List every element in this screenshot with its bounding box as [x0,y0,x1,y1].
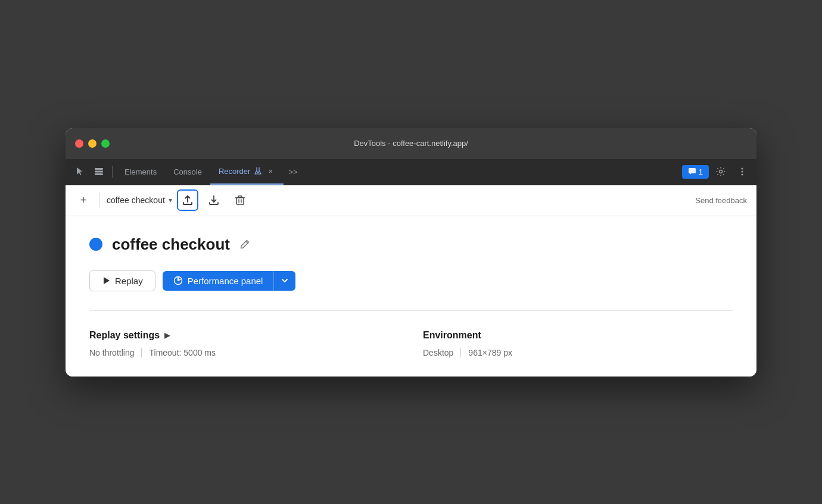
svg-rect-4 [689,168,696,173]
svg-point-6 [742,168,743,170]
recording-selector-name: coffee checkout [107,195,165,205]
replay-settings-values: No throttling Timeout: 5000 ms [89,348,399,357]
layers-icon[interactable] [89,162,108,181]
more-vert-icon[interactable] [733,162,752,181]
recording-actions: Replay Performance panel [89,270,733,291]
environment-values: Desktop 961×789 px [423,348,733,357]
vertical-dots-icon [737,166,748,177]
chat-icon [688,167,696,176]
close-recorder-tab[interactable]: × [266,166,275,176]
cursor-icon[interactable] [70,162,89,181]
download-recording-btn[interactable] [203,189,225,211]
settings-value-separator [141,348,142,357]
traffic-lights [75,139,110,148]
add-recording-btn[interactable]: + [75,192,92,209]
devtools-tab-actions: 1 [682,162,752,181]
svg-point-7 [742,171,743,173]
replay-btn[interactable]: Replay [89,270,155,291]
replay-settings-group: Replay settings ▶ No throttling Timeout:… [89,330,399,357]
title-bar: DevTools - coffee-cart.netlify.app/ [66,128,756,159]
recording-selector[interactable]: coffee checkout ▾ [107,195,172,205]
tab-more-btn[interactable]: >> [284,158,302,185]
upload-recording-btn[interactable] [177,189,198,211]
replay-settings-heading[interactable]: Replay settings ▶ [89,330,399,341]
pencil-icon [239,239,250,250]
window-title: DevTools - coffee-cart.netlify.app/ [354,139,468,148]
toolbar-separator [99,193,99,207]
svg-rect-0 [95,168,103,170]
download-icon [208,195,219,206]
recording-header: coffee checkout [89,235,733,254]
svg-point-5 [720,170,723,173]
tab-console[interactable]: Console [165,158,210,185]
environment-value-separator [460,348,461,357]
chevron-right-icon: ▶ [164,331,170,340]
performance-panel-btn[interactable]: Performance panel [163,271,274,291]
devtools-window: DevTools - coffee-cart.netlify.app/ Elem… [66,128,756,377]
svg-rect-9 [236,198,244,204]
settings-gear-icon[interactable] [711,162,730,181]
svg-rect-1 [95,171,103,173]
chevron-down-icon: ▾ [169,196,172,204]
tab-recorder[interactable]: Recorder × [210,158,284,185]
trash-icon [235,195,245,206]
minimize-traffic-light[interactable] [88,139,96,148]
gear-icon [715,166,726,177]
performance-panel-btn-group: Performance panel [163,271,296,291]
feedback-badge-btn[interactable]: 1 [682,165,709,179]
recorder-beaker-icon [254,167,262,175]
replay-arrow-icon [102,276,110,285]
svg-marker-10 [104,277,110,284]
chevron-down-icon [281,277,288,284]
send-feedback-link[interactable]: Send feedback [695,196,747,205]
environment-group: Environment Desktop 961×789 px [423,330,733,357]
performance-panel-dropdown-btn[interactable] [273,271,295,291]
maximize-traffic-light[interactable] [101,139,110,148]
svg-point-3 [257,172,259,173]
tab-elements[interactable]: Elements [116,158,165,185]
environment-heading: Environment [423,330,733,341]
recording-title: coffee checkout [112,235,230,254]
tab-divider-1 [112,166,113,178]
performance-icon [173,276,183,285]
devtools-tab-bar: Elements Console Recorder × >> [66,159,756,185]
recorder-main-content: coffee checkout Replay [66,216,756,377]
settings-section: Replay settings ▶ No throttling Timeout:… [89,310,733,357]
delete-recording-btn[interactable] [229,189,251,211]
recorder-toolbar: + coffee checkout ▾ [66,185,756,216]
svg-rect-2 [95,173,103,175]
edit-recording-title-btn[interactable] [239,239,250,250]
svg-point-8 [742,174,743,176]
recording-status-dot [89,238,102,251]
upload-icon [182,195,193,206]
close-traffic-light[interactable] [75,139,83,148]
